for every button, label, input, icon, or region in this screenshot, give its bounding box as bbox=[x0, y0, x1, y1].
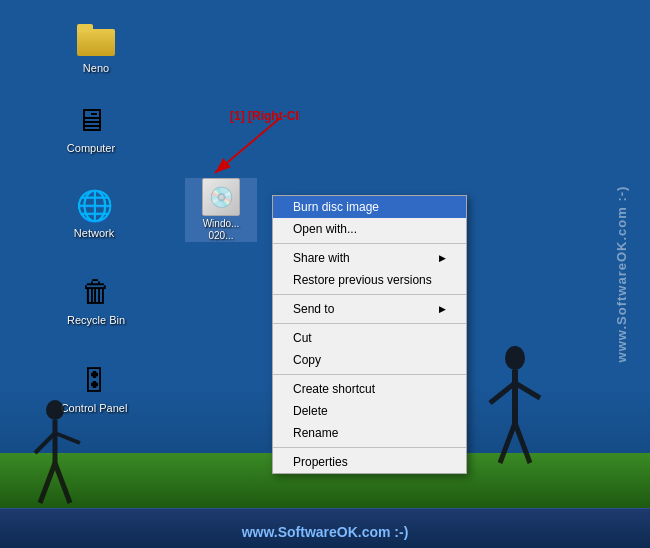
menu-separator-5 bbox=[273, 447, 466, 448]
desktop-icon-recycle[interactable]: 🗑 Recycle Bin bbox=[60, 272, 132, 327]
desktop-icon-network[interactable]: 🌐 Network bbox=[58, 185, 130, 240]
watermark-side: www.SoftwareOK.com :-) bbox=[614, 186, 629, 363]
icon-label-recycle: Recycle Bin bbox=[67, 314, 125, 327]
icon-label-neno: Neno bbox=[83, 62, 109, 75]
svg-line-12 bbox=[55, 433, 80, 443]
icon-label-network: Network bbox=[74, 227, 114, 240]
svg-line-8 bbox=[515, 423, 530, 463]
decorative-figure-right bbox=[465, 343, 565, 493]
decorative-figure-left bbox=[25, 398, 105, 508]
svg-line-7 bbox=[500, 423, 515, 463]
svg-line-13 bbox=[40, 463, 55, 503]
recycle-icon: 🗑 bbox=[76, 272, 116, 312]
annotation-arrow-svg: [1] [Right-Click] bbox=[160, 108, 300, 188]
menu-item-create-shortcut[interactable]: Create shortcut bbox=[273, 378, 466, 400]
menu-item-rename[interactable]: Rename bbox=[273, 422, 466, 444]
menu-item-burn-disc[interactable]: Burn disc image bbox=[273, 196, 466, 218]
menu-item-copy[interactable]: Copy bbox=[273, 349, 466, 371]
computer-icon: 🖥 bbox=[71, 100, 111, 140]
menu-item-open-with[interactable]: Open with... bbox=[273, 218, 466, 240]
menu-item-cut[interactable]: Cut bbox=[273, 327, 466, 349]
svg-point-9 bbox=[46, 400, 64, 420]
control-panel-icon: 🎛 bbox=[74, 360, 114, 400]
file-icon-iso[interactable]: 💿 Windo...020... bbox=[185, 178, 257, 242]
svg-line-5 bbox=[490, 383, 515, 403]
menu-separator-2 bbox=[273, 294, 466, 295]
folder-icon bbox=[76, 20, 116, 60]
svg-text:[1] [Right-Click]: [1] [Right-Click] bbox=[230, 109, 300, 123]
menu-separator-1 bbox=[273, 243, 466, 244]
svg-line-1 bbox=[215, 118, 280, 173]
desktop-icon-neno[interactable]: Neno bbox=[60, 20, 132, 75]
menu-item-properties[interactable]: Properties bbox=[273, 451, 466, 473]
disc-image-icon: 💿 bbox=[202, 178, 240, 216]
svg-line-14 bbox=[55, 463, 70, 503]
desktop: Neno 🖥 Computer 🌐 Network 🗑 Recycle Bin … bbox=[0, 0, 650, 548]
menu-separator-4 bbox=[273, 374, 466, 375]
menu-item-delete[interactable]: Delete bbox=[273, 400, 466, 422]
context-menu: Burn disc image Open with... Share with … bbox=[272, 195, 467, 474]
menu-item-send-to[interactable]: Send to bbox=[273, 298, 466, 320]
menu-item-restore-prev[interactable]: Restore previous versions bbox=[273, 269, 466, 291]
menu-separator-3 bbox=[273, 323, 466, 324]
network-icon: 🌐 bbox=[74, 185, 114, 225]
svg-line-6 bbox=[515, 383, 540, 398]
icon-label-computer: Computer bbox=[67, 142, 115, 155]
file-icon-label: Windo...020... bbox=[203, 218, 240, 242]
svg-line-11 bbox=[35, 433, 55, 453]
brand-bottom-text: www.SoftwareOK.com :-) bbox=[0, 524, 650, 540]
desktop-icon-computer[interactable]: 🖥 Computer bbox=[55, 100, 127, 155]
svg-point-3 bbox=[505, 346, 525, 370]
menu-item-share-with[interactable]: Share with bbox=[273, 247, 466, 269]
